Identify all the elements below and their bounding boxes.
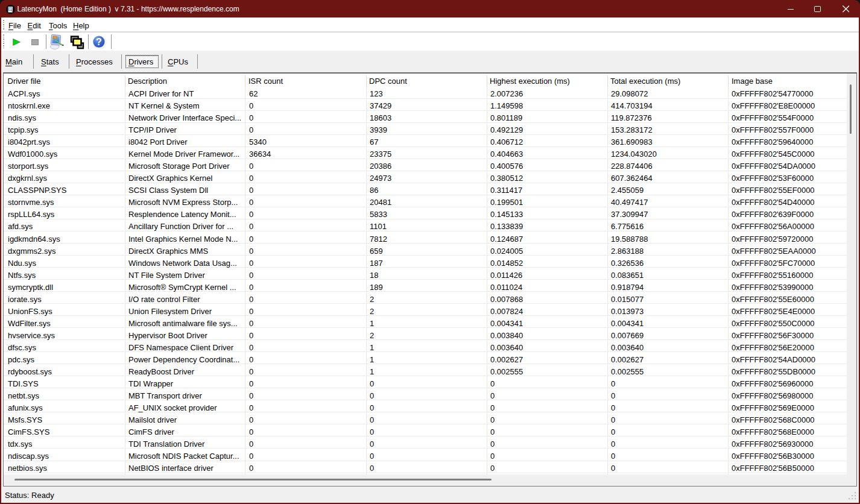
svg-text:?: ? xyxy=(96,37,102,47)
